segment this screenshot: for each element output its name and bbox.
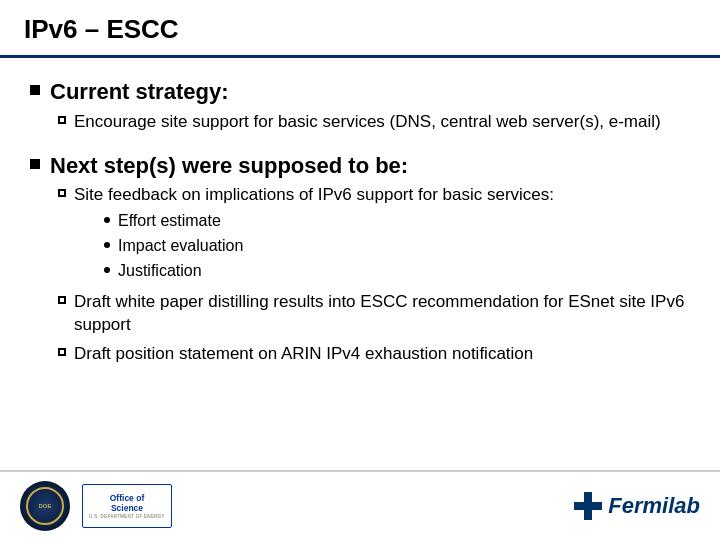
sub-sub-dot-2-1-3 (104, 267, 110, 273)
sub-bullet-square-1-1 (58, 116, 66, 124)
sub-bullet-2-2: Draft white paper distilling results int… (58, 291, 690, 337)
sub-sub-bullet-2-1-2: Impact evaluation (104, 236, 554, 257)
sub-sub-bullets-2-1: Effort estimate Impact evaluation Justif… (104, 211, 554, 281)
slide-title: IPv6 – ESCC (24, 14, 179, 44)
sub-sub-dot-2-1-1 (104, 217, 110, 223)
fermilab-cross-icon (574, 492, 602, 520)
sub-sub-bullet-2-1-1-text: Effort estimate (118, 211, 221, 232)
fermilab-logo: Fermilab (574, 492, 700, 520)
main-bullet-1: Current strategy: Encourage site support… (30, 78, 690, 142)
main-bullet-1-text: Current strategy: (50, 78, 228, 107)
sub-bullet-square-2-1 (58, 189, 66, 197)
sub-bullet-1-1-text: Encourage site support for basic service… (74, 111, 661, 134)
sub-bullets-2: Site feedback on implications of IPv6 su… (58, 184, 690, 366)
sub-bullet-1-1: Encourage site support for basic service… (58, 111, 690, 134)
doe-seal: DOE (20, 481, 70, 531)
sub-bullet-square-2-2 (58, 296, 66, 304)
sub-sub-bullet-2-1-2-text: Impact evaluation (118, 236, 243, 257)
slide: IPv6 – ESCC Current strategy: Encourage … (0, 0, 720, 540)
sub-bullet-2-1: Site feedback on implications of IPv6 su… (58, 184, 690, 285)
footer: DOE Office of Science U.S. DEPARTMENT OF… (0, 470, 720, 540)
bullet-square-1 (30, 85, 40, 95)
sub-sub-bullet-2-1-1: Effort estimate (104, 211, 554, 232)
main-bullet-2-text: Next step(s) were supposed to be: (50, 152, 408, 181)
main-bullet-2-header: Next step(s) were supposed to be: (30, 152, 690, 181)
bullet-square-2 (30, 159, 40, 169)
sub-bullet-square-2-3 (58, 348, 66, 356)
office-of-science-dept: U.S. DEPARTMENT OF ENERGY (89, 514, 165, 519)
sub-bullet-2-2-text: Draft white paper distilling results int… (74, 291, 690, 337)
fermilab-name: Fermilab (608, 493, 700, 519)
main-bullet-2: Next step(s) were supposed to be: Site f… (30, 152, 690, 375)
sub-sub-dot-2-1-2 (104, 242, 110, 248)
sub-sub-bullet-2-1-3-text: Justification (118, 261, 202, 282)
footer-left: DOE Office of Science U.S. DEPARTMENT OF… (20, 481, 172, 531)
sub-sub-bullet-2-1-3: Justification (104, 261, 554, 282)
doe-seal-inner: DOE (26, 487, 64, 525)
sub-bullet-2-1-content: Site feedback on implications of IPv6 su… (74, 184, 554, 285)
sub-bullet-2-3-text: Draft position statement on ARIN IPv4 ex… (74, 343, 533, 366)
sub-bullet-2-1-text: Site feedback on implications of IPv6 su… (74, 185, 554, 204)
office-of-science-logo: Office of Science U.S. DEPARTMENT OF ENE… (82, 484, 172, 528)
title-bar: IPv6 – ESCC (0, 0, 720, 58)
doe-seal-text: DOE (38, 503, 51, 510)
main-bullet-1-header: Current strategy: (30, 78, 690, 107)
content-area: Current strategy: Encourage site support… (0, 58, 720, 470)
sub-bullets-1: Encourage site support for basic service… (58, 111, 690, 134)
sub-bullet-2-3: Draft position statement on ARIN IPv4 ex… (58, 343, 690, 366)
office-of-science-name: Office of Science (110, 493, 144, 513)
